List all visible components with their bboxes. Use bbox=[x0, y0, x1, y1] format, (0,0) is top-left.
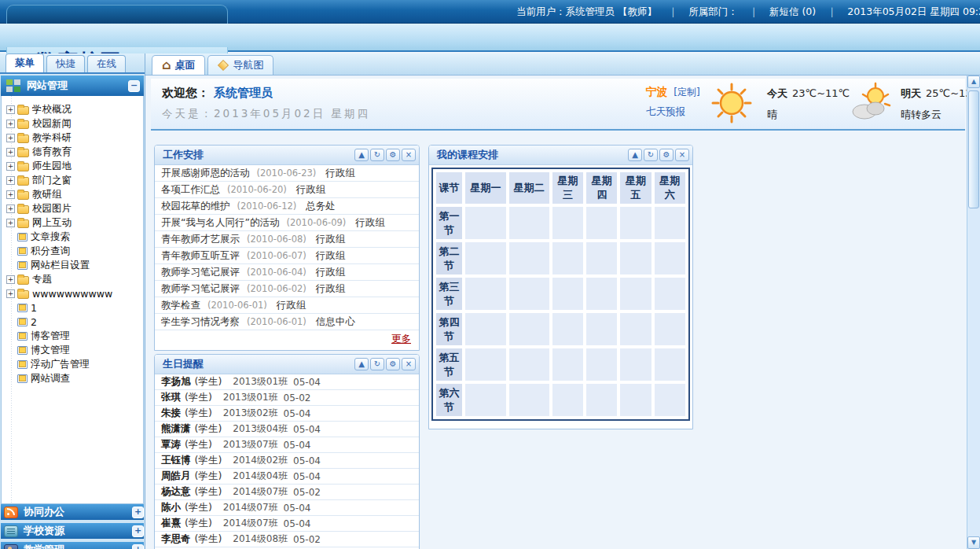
tree-item[interactable]: +校园图片 bbox=[2, 201, 143, 216]
work-item[interactable]: 学生学习情况考察(2010-06-01)信息中心 bbox=[155, 314, 419, 330]
sidebar-tab-2[interactable]: 在线 bbox=[87, 55, 126, 72]
panel-header: 工作安排 ▲↻⚙× bbox=[155, 146, 419, 165]
tree-item-label: 校园新闻 bbox=[32, 117, 72, 131]
settings-button[interactable]: ⚙ bbox=[386, 358, 400, 370]
tree-item[interactable]: 1 bbox=[2, 300, 143, 315]
work-item[interactable]: 教学检查(2010-06-01)行政组 bbox=[155, 297, 419, 314]
collapse-button[interactable]: ▲ bbox=[354, 358, 369, 370]
seven-day-forecast-link[interactable]: 七天预报 bbox=[646, 105, 685, 119]
birthday-item[interactable]: 李扬旭(学生)2013级01班05-04 bbox=[155, 374, 419, 390]
tree-item[interactable]: +部门之窗 bbox=[2, 173, 143, 187]
folder-icon bbox=[17, 149, 29, 157]
sidebar-tab-0[interactable]: 菜单 bbox=[6, 53, 44, 72]
work-item-dept: 总务处 bbox=[306, 200, 336, 213]
work-item[interactable]: 青年教师才艺展示(2010-06-08)行政组 bbox=[155, 231, 419, 248]
birthday-item[interactable]: 李思奇(学生)2014级08班05-02 bbox=[155, 532, 419, 547]
tree-item[interactable]: 浮动广告管理 bbox=[2, 357, 143, 371]
collapse-button[interactable]: ▲ bbox=[354, 149, 369, 161]
settings-button[interactable]: ⚙ bbox=[659, 149, 674, 161]
tree-item[interactable]: +德育教育 bbox=[2, 145, 143, 159]
sidebar-panel-title: 网站管理 bbox=[27, 79, 128, 93]
work-item-dept: 行政组 bbox=[296, 183, 326, 197]
scroll-up-button[interactable]: ▲ bbox=[967, 76, 980, 88]
student-class: 2013级04班 bbox=[233, 422, 288, 436]
schedule-day-header: 星期三 bbox=[552, 172, 583, 204]
new-sms-link[interactable]: 新短信 (0) bbox=[769, 6, 816, 17]
close-button[interactable]: × bbox=[402, 358, 416, 370]
tree-expander[interactable]: + bbox=[6, 204, 15, 213]
tree-expander[interactable]: + bbox=[6, 190, 15, 199]
sidebar-panel-resources[interactable]: 学校资源+ bbox=[1, 523, 144, 539]
work-item[interactable]: 各项工作汇总(2010-06-20)行政组 bbox=[155, 182, 419, 198]
refresh-button[interactable]: ↻ bbox=[644, 149, 658, 161]
scrollbar-thumb[interactable] bbox=[968, 90, 979, 208]
birthday-item[interactable]: 陈小(学生)2014级07班05-04 bbox=[155, 500, 419, 516]
tree-item[interactable]: 网站栏目设置 bbox=[2, 258, 143, 272]
tree-item[interactable]: 博客管理 bbox=[2, 329, 143, 343]
more-link[interactable]: 更多 bbox=[391, 333, 411, 345]
panel-buttons: ▲↻⚙× bbox=[354, 358, 416, 370]
tree-item[interactable]: +学校概况 bbox=[2, 102, 143, 116]
student-name: 杨达意 bbox=[161, 485, 191, 499]
refresh-button[interactable]: ↻ bbox=[370, 358, 384, 370]
student-name: 朱接 bbox=[161, 407, 181, 420]
tree-item[interactable]: 文章搜索 bbox=[2, 230, 143, 244]
birthday-item[interactable]: 周皓月(学生)2014级04班05-04 bbox=[155, 469, 419, 485]
birthday-item[interactable]: 崔熹(学生)2014级07班05-04 bbox=[155, 516, 419, 532]
birthday-item[interactable]: 杨达意(学生)2014级07班05-02 bbox=[155, 485, 419, 500]
tree-expander[interactable]: + bbox=[6, 148, 15, 157]
work-item[interactable]: 教师学习笔记展评(2010-06-02)行政组 bbox=[155, 281, 419, 297]
work-item[interactable]: 青年教师互听互评(2010-06-07)行政组 bbox=[155, 248, 419, 264]
workspace-tab-1[interactable]: 导航图 bbox=[207, 55, 273, 75]
work-item[interactable]: 教师学习笔记展评(2010-06-04)行政组 bbox=[155, 264, 419, 281]
close-button[interactable]: × bbox=[675, 149, 689, 161]
tree-expander[interactable]: + bbox=[6, 105, 15, 114]
birthday-item[interactable]: 熊潇潇(学生)2013级04班05-04 bbox=[155, 422, 419, 437]
tree-expander[interactable]: + bbox=[6, 162, 15, 171]
tree-expander[interactable]: + bbox=[6, 289, 15, 298]
expand-button[interactable]: + bbox=[132, 525, 144, 537]
expand-button[interactable]: + bbox=[132, 544, 144, 549]
vertical-scrollbar[interactable]: ▲ ▼ bbox=[967, 76, 980, 549]
settings-button[interactable]: ⚙ bbox=[386, 149, 400, 161]
scroll-down-button[interactable]: ▼ bbox=[967, 536, 980, 549]
expand-button[interactable]: + bbox=[132, 507, 144, 518]
work-item[interactable]: 校园花草的维护(2010-06-12)总务处 bbox=[155, 198, 419, 215]
sidebar-panel-rss[interactable]: 协同办公+ bbox=[1, 504, 144, 520]
sidebar-panel-teaching[interactable]: 教学管理+ bbox=[1, 542, 144, 549]
tree-item[interactable]: +wwwwwwwwww bbox=[2, 286, 143, 300]
tree-item[interactable]: +师生园地 bbox=[2, 159, 143, 173]
tree-item-label: 德育教育 bbox=[32, 146, 72, 159]
tree-item[interactable]: 积分查询 bbox=[2, 244, 143, 258]
collapse-button[interactable]: ▲ bbox=[628, 149, 642, 161]
birthday-item[interactable]: 王钰博(学生)2014级02班05-04 bbox=[155, 453, 419, 469]
tree-expander[interactable]: + bbox=[6, 134, 15, 142]
close-button[interactable]: × bbox=[402, 149, 416, 161]
tree-item[interactable]: +网上互动 bbox=[2, 216, 143, 230]
refresh-button[interactable]: ↻ bbox=[370, 149, 384, 161]
work-item-dept: 信息中心 bbox=[316, 315, 355, 329]
tree-expander[interactable]: + bbox=[6, 275, 15, 284]
tree-expander[interactable]: + bbox=[6, 120, 15, 128]
tree-item[interactable]: +专题 bbox=[2, 272, 143, 286]
workspace-tab-0[interactable]: 桌面 bbox=[152, 55, 205, 75]
birthday-item[interactable]: 覃涛(学生)2013级07班05-04 bbox=[155, 437, 419, 453]
birthday-item[interactable]: 朱接(学生)2013级02班05-04 bbox=[155, 406, 419, 422]
tree-item[interactable]: 2 bbox=[2, 315, 143, 329]
tree-item[interactable]: +教学科研 bbox=[2, 131, 143, 145]
student-name: 张琪 bbox=[161, 391, 181, 404]
tree-expander[interactable]: + bbox=[6, 176, 15, 185]
tree-expander[interactable]: + bbox=[6, 219, 15, 227]
tree-item[interactable]: 博文管理 bbox=[2, 343, 143, 357]
sidebar-tab-1[interactable]: 快捷 bbox=[46, 55, 85, 72]
weather-customize-link[interactable]: [定制] bbox=[674, 87, 699, 98]
birthday-item[interactable]: 张琪(学生)2013级01班05-02 bbox=[155, 390, 419, 406]
sidebar-panel-site-management[interactable]: 网站管理 − bbox=[1, 76, 144, 96]
work-item[interactable]: 开展感谢师恩的活动(2010-06-23)行政组 bbox=[155, 165, 419, 182]
collapse-button[interactable]: − bbox=[128, 80, 140, 92]
folder-icon bbox=[17, 276, 29, 285]
tree-item[interactable]: +教研组 bbox=[2, 187, 143, 201]
tree-item[interactable]: +校园新闻 bbox=[2, 116, 143, 131]
tree-item[interactable]: 网站调查 bbox=[2, 371, 143, 385]
work-item[interactable]: 开展“我与名人同行”的活动(2010-06-09)行政组 bbox=[155, 215, 419, 231]
